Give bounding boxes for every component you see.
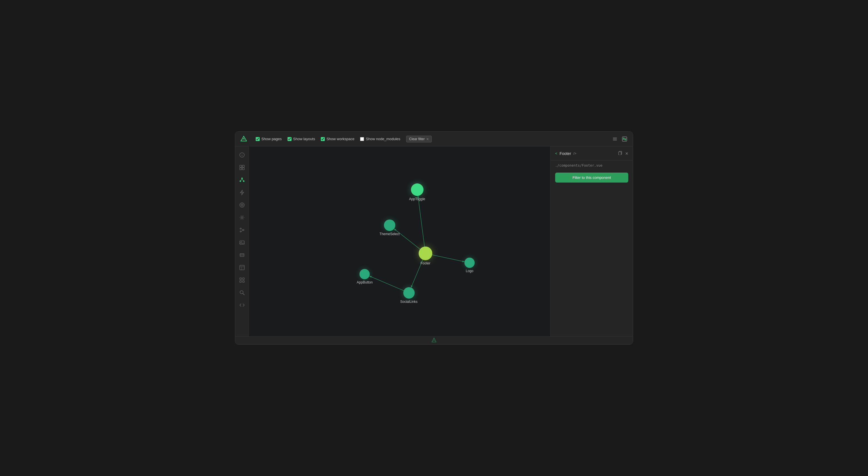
show-workspace-label: Show workspace (327, 137, 354, 141)
show-node-modules-label: Show node_modules (366, 137, 400, 141)
component-name: Footer (560, 151, 571, 156)
clear-filter-close-icon: × (426, 137, 429, 141)
sidebar-item-image[interactable] (237, 237, 247, 248)
svg-line-18 (241, 179, 242, 181)
node-Footer[interactable] (418, 247, 432, 260)
svg-line-40 (243, 293, 244, 295)
show-workspace-toggle[interactable]: Show workspace (321, 137, 354, 141)
svg-rect-32 (240, 265, 244, 270)
svg-point-17 (243, 181, 244, 182)
node-label-SocialLinks: SocialLinks (400, 300, 417, 304)
sidebar (235, 147, 249, 337)
app-window: Show pages Show layouts Show workspace S… (235, 131, 633, 345)
app-logo (240, 135, 248, 143)
node-label-AppButton: AppButton (356, 280, 373, 284)
show-layouts-label: Show layouts (293, 137, 315, 141)
component-tag-open: < (555, 151, 557, 156)
show-pages-checkbox[interactable] (256, 137, 260, 141)
main-layout: AppToggleThemeSelectFooterLogoAppButtonS… (235, 147, 633, 337)
bottom-logo (431, 337, 437, 344)
show-node-modules-toggle[interactable]: Show node_modules (360, 137, 400, 141)
svg-rect-14 (242, 168, 244, 170)
toolbar: Show pages Show layouts Show workspace S… (235, 132, 633, 147)
clear-filter-label: Clear filter (409, 137, 425, 141)
node-AppButton[interactable] (360, 269, 370, 279)
svg-rect-36 (243, 278, 244, 280)
svg-point-25 (240, 231, 241, 232)
node-label-Footer: Footer (420, 261, 430, 265)
graph-area[interactable]: AppToggleThemeSelectFooterLogoAppButtonS… (249, 147, 550, 337)
sidebar-item-layers[interactable] (237, 250, 247, 260)
side-panel: < Footer /> × ./components/Footer.vue Fi… (550, 147, 633, 337)
sidebar-item-code[interactable] (237, 300, 247, 310)
sidebar-item-layout[interactable] (237, 262, 247, 273)
node-Logo[interactable] (464, 258, 475, 268)
svg-rect-29 (240, 254, 244, 256)
svg-rect-3 (622, 137, 627, 141)
svg-rect-38 (243, 281, 244, 282)
graph-edges (249, 147, 550, 337)
svg-rect-12 (242, 165, 244, 167)
svg-rect-0 (613, 138, 617, 138)
sidebar-item-settings[interactable] (237, 213, 247, 223)
node-label-ThemeSelect: ThemeSelect (379, 232, 400, 236)
svg-rect-42 (619, 152, 621, 155)
svg-rect-2 (613, 140, 617, 140)
svg-rect-11 (240, 165, 242, 167)
panel-path: ./components/Footer.vue (551, 161, 633, 170)
sidebar-item-info[interactable] (237, 150, 247, 160)
svg-rect-13 (240, 168, 242, 170)
svg-point-15 (241, 178, 243, 179)
sidebar-item-graph[interactable] (237, 175, 247, 185)
graph-canvas: AppToggleThemeSelectFooterLogoAppButtonS… (249, 147, 550, 337)
sidebar-item-search[interactable] (237, 287, 247, 298)
toolbar-right (611, 135, 628, 143)
panel-title: < Footer /> (555, 151, 576, 156)
panel-close-button[interactable]: × (625, 151, 628, 156)
filter-icon-button[interactable] (621, 135, 628, 143)
component-tag-close: /> (574, 152, 576, 156)
svg-line-19 (242, 179, 243, 181)
svg-point-28 (241, 242, 242, 243)
filter-to-component-button[interactable]: Filter to this component (555, 172, 628, 183)
svg-point-10 (242, 154, 242, 154)
svg-rect-1 (613, 139, 617, 139)
show-pages-label: Show pages (261, 137, 282, 141)
sidebar-item-merge[interactable] (237, 225, 247, 235)
show-node-modules-checkbox[interactable] (360, 137, 364, 141)
node-AppToggle[interactable] (411, 183, 424, 196)
svg-point-4 (623, 138, 624, 139)
show-layouts-checkbox[interactable] (287, 137, 291, 141)
clear-filter-button[interactable]: Clear filter × (406, 136, 432, 142)
svg-point-5 (625, 139, 626, 140)
node-label-AppToggle: AppToggle (409, 197, 425, 201)
node-SocialLinks[interactable] (403, 287, 415, 298)
node-label-Logo: Logo (466, 269, 473, 273)
panel-header: < Footer /> × (551, 147, 633, 161)
svg-rect-37 (240, 281, 242, 282)
sidebar-item-grid[interactable] (237, 275, 247, 285)
bottom-bar (235, 337, 633, 344)
list-icon-button[interactable] (611, 135, 619, 143)
sidebar-item-components[interactable] (237, 162, 247, 172)
svg-point-22 (242, 205, 242, 205)
sidebar-item-lightning[interactable] (237, 187, 247, 198)
svg-point-26 (243, 229, 244, 231)
node-ThemeSelect[interactable] (384, 220, 395, 231)
copy-path-button[interactable] (618, 151, 623, 156)
svg-point-16 (240, 181, 241, 182)
svg-point-23 (241, 217, 243, 218)
show-workspace-checkbox[interactable] (321, 137, 325, 141)
show-pages-toggle[interactable]: Show pages (256, 137, 282, 141)
svg-point-24 (240, 228, 241, 229)
svg-rect-35 (240, 278, 242, 280)
sidebar-item-target[interactable] (237, 200, 247, 210)
show-layouts-toggle[interactable]: Show layouts (287, 137, 315, 141)
